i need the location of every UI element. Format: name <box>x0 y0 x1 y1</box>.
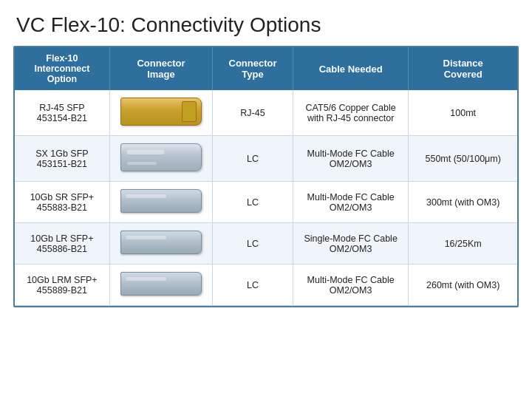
header-distance: DistanceCovered <box>409 47 517 90</box>
cell-cable: Multi-Mode FC Cable OM2/OM3 <box>293 182 408 223</box>
table-row: SX 1Gb SFP453151-B21LCMulti-Mode FC Cabl… <box>15 136 517 182</box>
cell-distance: 100mt <box>409 90 517 136</box>
cell-type: LC <box>213 265 293 306</box>
page-title: VC Flex-10: Connectivity Options <box>13 13 519 37</box>
header-image: ConnectorImage <box>109 47 212 90</box>
table-row: 10Gb LRM SFP+455889-B21LCMulti-Mode FC C… <box>15 265 517 306</box>
cell-image <box>109 182 212 223</box>
connectivity-table: Flex-10InterconnectOption ConnectorImage… <box>15 47 517 306</box>
cell-cable: Multi-Mode FC Cable OM2/OM3 <box>293 265 408 306</box>
header-cable: Cable Needed <box>293 47 408 90</box>
table-row: RJ-45 SFP453154-B21RJ-45CAT5/6 Copper Ca… <box>15 90 517 136</box>
cell-image <box>109 265 212 306</box>
cell-interconnect: 10Gb LRM SFP+455889-B21 <box>15 265 109 306</box>
cell-cable: CAT5/6 Copper Cable with RJ-45 connector <box>293 90 408 136</box>
header-type: ConnectorType <box>213 47 293 90</box>
cell-interconnect: SX 1Gb SFP453151-B21 <box>15 136 109 182</box>
cell-distance: 260mt (with OM3) <box>409 265 517 306</box>
cell-interconnect: 10Gb LR SFP+455886-B21 <box>15 223 109 265</box>
header-interconnect: Flex-10InterconnectOption <box>15 47 109 90</box>
cell-cable: Single-Mode FC Cable OM2/OM3 <box>293 223 408 265</box>
cell-distance: 16/25Km <box>409 223 517 265</box>
cell-type: RJ-45 <box>213 90 293 136</box>
cell-image <box>109 90 212 136</box>
table-header-row: Flex-10InterconnectOption ConnectorImage… <box>15 47 517 90</box>
cell-type: LC <box>213 136 293 182</box>
cell-distance: 550mt (50/100μm) <box>409 136 517 182</box>
cell-image <box>109 136 212 182</box>
cell-interconnect: RJ-45 SFP453154-B21 <box>15 90 109 136</box>
cell-interconnect: 10Gb SR SFP+455883-B21 <box>15 182 109 223</box>
cell-type: LC <box>213 223 293 265</box>
table-row: 10Gb SR SFP+455883-B21LCMulti-Mode FC Ca… <box>15 182 517 223</box>
cell-distance: 300mt (with OM3) <box>409 182 517 223</box>
cell-cable: Multi-Mode FC Cable OM2/OM3 <box>293 136 408 182</box>
connectivity-table-wrapper: Flex-10InterconnectOption ConnectorImage… <box>13 46 519 307</box>
table-row: 10Gb LR SFP+455886-B21LCSingle-Mode FC C… <box>15 223 517 265</box>
cell-type: LC <box>213 182 293 223</box>
cell-image <box>109 223 212 265</box>
page: VC Flex-10: Connectivity Options Flex-10… <box>0 0 532 399</box>
